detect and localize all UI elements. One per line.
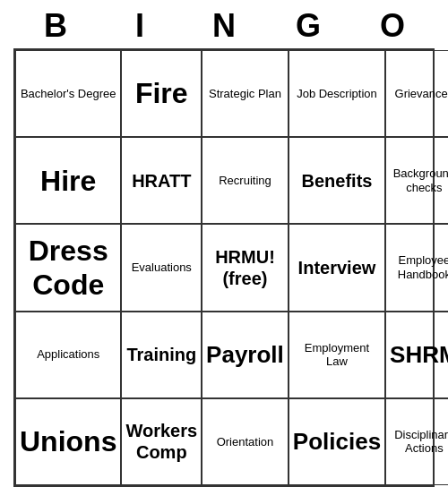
cell-21: Workers Comp [121,398,202,485]
cell-19: SHRM [385,312,448,398]
cell-8: Benefits [289,137,385,224]
cell-18: Employment Law [289,312,385,398]
cell-22: Orientation [202,398,289,485]
cell-15: Applications [15,312,121,398]
cell-11: Evaluations [121,224,202,311]
cell-0: Bachelor's Degree [15,50,121,137]
cell-2: Strategic Plan [202,50,289,137]
letter-n: N [185,7,263,45]
bingo-title: B I N G O [13,0,435,48]
cell-5: Hire [15,137,121,224]
letter-o: O [353,7,432,45]
cell-16: Training [121,312,202,398]
letter-i: I [100,7,179,45]
cell-12: HRMU! (free) [202,224,289,311]
cell-1: Fire [121,50,202,137]
letter-g: G [269,7,348,45]
cell-7: Recruiting [202,137,289,224]
cell-24: Disciplinary Actions [385,398,448,485]
cell-9: Background checks [385,137,448,224]
cell-13: Interview [289,224,385,311]
cell-4: Grievances [385,50,448,137]
bingo-grid: Bachelor's DegreeFireStrategic PlanJob D… [13,48,435,487]
cell-10: Dress Code [15,224,121,311]
letter-b: B [16,7,95,45]
cell-3: Job Description [289,50,385,137]
cell-17: Payroll [202,312,289,398]
cell-6: HRATT [121,137,202,224]
cell-23: Policies [289,398,385,485]
cell-14: Employee Handbook [385,224,448,311]
cell-20: Unions [15,398,121,485]
